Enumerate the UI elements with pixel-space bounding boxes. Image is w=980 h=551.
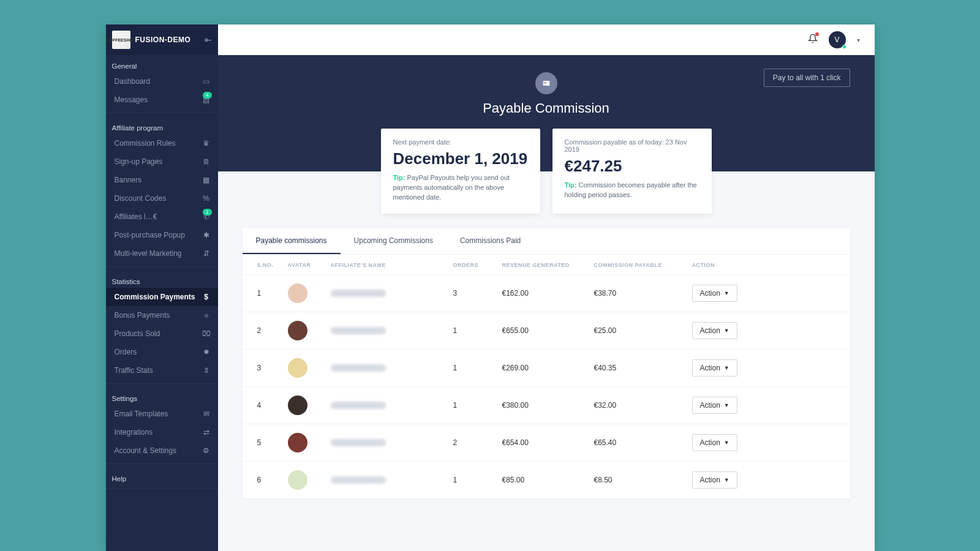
row-action-button[interactable]: Action ▼: [692, 397, 737, 414]
sidebar-item[interactable]: Commission Payments $: [106, 288, 218, 306]
sidebar-item[interactable]: Products Sold ⌧: [106, 324, 218, 343]
summary-card: Next payment date: December 1, 2019 Tip:…: [381, 129, 540, 214]
cell-commission: €25.00: [594, 326, 692, 335]
card-tip: Tip: PayPal Payouts help you send out pa…: [393, 173, 528, 203]
online-status-icon: [842, 45, 846, 49]
table-header: S.NO. AVATAR AFFILIATE'S NAME ORDERS REV…: [243, 255, 850, 274]
sidebar-item-icon: %: [201, 194, 212, 203]
cell-commission: €40.35: [594, 364, 692, 372]
sidebar-section-title: Affiliate program: [106, 117, 218, 134]
sidebar-item[interactable]: Traffic Stats ⇭: [106, 361, 218, 380]
cell-orders: 3: [453, 289, 502, 298]
sidebar-item-label: Post-purchase Popup: [115, 231, 201, 239]
svg-rect-1: [544, 83, 546, 83]
sidebar-item-icon: ✉: [201, 410, 212, 418]
sidebar-item-icon: ⇄: [201, 428, 212, 437]
avatar: [288, 395, 307, 415]
sidebar-item[interactable]: Account & Settings ⚙: [106, 441, 218, 460]
user-menu-caret-icon[interactable]: ▾: [857, 37, 860, 43]
table-row: 4 1 €380.00 €32.00 Action ▼: [243, 386, 850, 424]
sidebar-header: COFFEESHOP FUSION-DEMO ⇤: [106, 24, 218, 55]
sidebar-item-label: Account & Settings: [115, 446, 201, 455]
table-row: 3 1 €269.00 €40.35 Action ▼: [243, 349, 850, 386]
sidebar-item[interactable]: Orders ✸: [106, 343, 218, 361]
cell-sno: 2: [257, 326, 288, 335]
row-action-button[interactable]: Action ▼: [692, 322, 737, 339]
cell-revenue: €162.00: [502, 289, 594, 298]
row-action-button[interactable]: Action ▼: [692, 471, 737, 489]
sidebar-badge: 4: [203, 92, 211, 99]
sidebar-item[interactable]: Bonus Payments ⟡: [106, 306, 218, 324]
caret-down-icon: ▼: [724, 365, 729, 371]
cell-orders: 1: [453, 326, 502, 335]
main-content: V ▾ Pay to all with 1 click Payable Comm…: [218, 24, 875, 551]
sidebar-item-label: Commission Payments: [115, 293, 201, 301]
sidebar-item-icon: ✱: [201, 231, 212, 239]
col-avatar: AVATAR: [288, 262, 331, 268]
sidebar-item-icon: $: [201, 293, 212, 301]
card-label: Next payment date:: [393, 138, 528, 146]
cell-revenue: €655.00: [502, 326, 594, 335]
cell-sno: 6: [257, 476, 288, 484]
panel-tabs: Payable commissionsUpcoming CommissionsC…: [243, 228, 850, 255]
sidebar-item-label: Banners: [115, 176, 201, 184]
card-label: Commission payable as of today: 23 Nov 2…: [565, 138, 699, 153]
sidebar-item[interactable]: Sign-up Pages 🗎: [106, 152, 218, 171]
cell-sno: 1: [257, 289, 288, 298]
sidebar-item-icon: ✸: [201, 348, 212, 356]
sidebar-item[interactable]: Email Templates ✉: [106, 405, 218, 423]
avatar: [288, 358, 307, 378]
cell-revenue: €380.00: [502, 401, 594, 410]
cell-orders: 1: [453, 401, 502, 410]
sidebar-item-label: Discount Codes: [115, 194, 201, 203]
cell-sno: 4: [257, 401, 288, 410]
page-title: Payable Commission: [483, 100, 609, 116]
caret-down-icon: ▼: [724, 440, 729, 446]
card-value: December 1, 2019: [393, 149, 528, 168]
cell-orders: 2: [453, 438, 502, 447]
sidebar-item-icon: ⇵: [201, 249, 212, 258]
sidebar-item-label: Messages: [115, 96, 201, 104]
row-action-button[interactable]: Action ▼: [692, 285, 737, 302]
affiliate-name-blurred: [331, 402, 386, 409]
sidebar-item[interactable]: Affiliates l…€ ✆1: [106, 208, 218, 226]
cell-revenue: €269.00: [502, 364, 594, 372]
cell-commission: €8.50: [594, 476, 692, 484]
row-action-button[interactable]: Action ▼: [692, 434, 737, 451]
row-action-button[interactable]: Action ▼: [692, 359, 737, 377]
pay-all-button[interactable]: Pay to all with 1 click: [764, 69, 850, 87]
affiliate-name-blurred: [331, 364, 386, 372]
col-sno: S.NO.: [257, 262, 288, 268]
sidebar-item[interactable]: Post-purchase Popup ✱: [106, 226, 218, 244]
tab[interactable]: Upcoming Commissions: [341, 228, 447, 254]
sidebar-item[interactable]: Integrations ⇄: [106, 423, 218, 441]
caret-down-icon: ▼: [724, 402, 729, 408]
sidebar-section-title: Settings: [106, 388, 218, 405]
sidebar-item[interactable]: Commission Rules ♛: [106, 134, 218, 152]
sidebar-item[interactable]: Messages ▤4: [106, 91, 218, 109]
sidebar-item-label: Dashboard: [115, 77, 201, 86]
cell-sno: 5: [257, 438, 288, 447]
tab[interactable]: Commissions Paid: [447, 228, 534, 254]
sidebar-item[interactable]: Dashboard ▭: [106, 72, 218, 91]
sidebar-item[interactable]: Banners ▦: [106, 171, 218, 189]
sidebar-item[interactable]: Discount Codes %: [106, 189, 218, 208]
tab[interactable]: Payable commissions: [243, 228, 341, 254]
summary-card: Commission payable as of today: 23 Nov 2…: [552, 129, 712, 214]
col-orders: ORDERS: [453, 262, 502, 268]
sidebar-item-label: Email Templates: [115, 410, 201, 418]
sidebar-collapse-icon[interactable]: ⇤: [205, 35, 212, 45]
affiliate-name-blurred: [331, 327, 386, 334]
sidebar-item-label: Affiliates l…€: [115, 212, 201, 221]
sidebar-item-icon: ♛: [201, 139, 212, 148]
cell-revenue: €654.00: [502, 438, 594, 447]
user-avatar[interactable]: V: [829, 31, 846, 48]
col-revenue: REVENUE GENERATED: [502, 262, 594, 268]
notification-bell-icon[interactable]: [808, 34, 818, 46]
brand-name: FUSION-DEMO: [135, 36, 191, 44]
avatar: [288, 283, 307, 303]
sidebar-item-icon: ⟡: [201, 311, 212, 320]
avatar: [288, 321, 307, 340]
sidebar-item[interactable]: Multi-level Marketing ⇵: [106, 244, 218, 263]
cell-revenue: €85.00: [502, 476, 594, 484]
